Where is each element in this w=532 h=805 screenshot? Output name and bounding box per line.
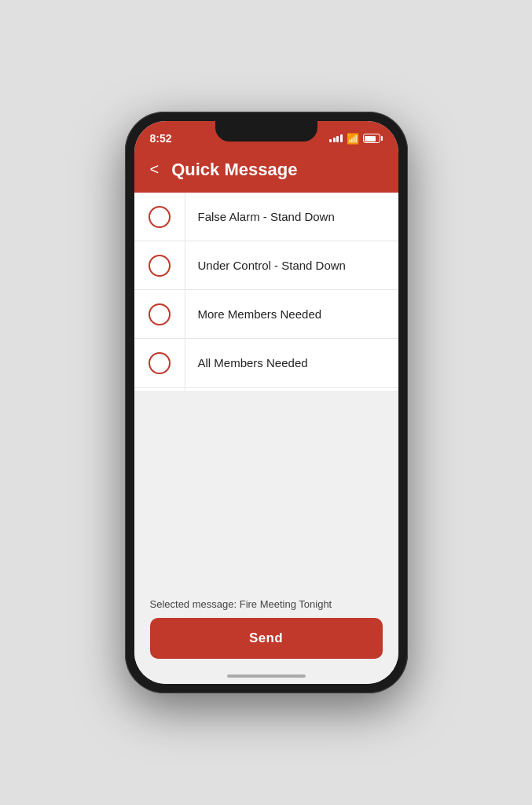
list-item[interactable]: All Members Needed [134, 339, 398, 388]
radio-area-1 [134, 193, 185, 241]
phone-screen: 8:52 📶 < Quick Message [134, 121, 398, 684]
list-item[interactable]: Under Control - Stand Down [134, 241, 398, 290]
empty-space [134, 391, 398, 589]
radio-button-2[interactable] [149, 255, 171, 277]
message-label-1: False Alarm - Stand Down [185, 208, 347, 225]
selected-prefix: Selected message: [150, 598, 240, 610]
status-icons: 📶 [329, 133, 383, 145]
signal-icon [329, 134, 343, 142]
message-label-4: All Members Needed [185, 355, 321, 371]
back-button[interactable]: < [150, 159, 164, 180]
wifi-icon: 📶 [347, 133, 359, 145]
phone-frame: 8:52 📶 < Quick Message [125, 112, 408, 693]
message-label-2: Under Control - Stand Down [185, 257, 358, 274]
list-item[interactable]: More Members Needed [134, 290, 398, 339]
status-time: 8:52 [150, 132, 172, 145]
app-header: < Quick Message [134, 151, 398, 193]
home-bar [227, 675, 306, 678]
list-item[interactable]: False Alarm - Stand Down [134, 193, 398, 241]
selected-message-text: Selected message: Fire Meeting Tonight [150, 598, 383, 610]
page-title: Quick Message [171, 160, 297, 180]
home-indicator [134, 668, 398, 684]
radio-area-4 [134, 339, 185, 387]
message-label-3: More Members Needed [185, 306, 335, 322]
selected-value: Fire Meeting Tonight [240, 598, 332, 610]
message-list: False Alarm - Stand Down Under Control -… [134, 193, 398, 391]
radio-button-3[interactable] [149, 303, 171, 325]
radio-area-2 [134, 241, 185, 289]
notch [215, 121, 317, 142]
radio-button-4[interactable] [149, 352, 171, 374]
radio-area-3 [134, 290, 185, 338]
send-button[interactable]: Send [150, 618, 383, 659]
battery-icon [363, 134, 383, 143]
radio-button-1[interactable] [149, 206, 171, 228]
bottom-area: Selected message: Fire Meeting Tonight S… [134, 589, 398, 668]
